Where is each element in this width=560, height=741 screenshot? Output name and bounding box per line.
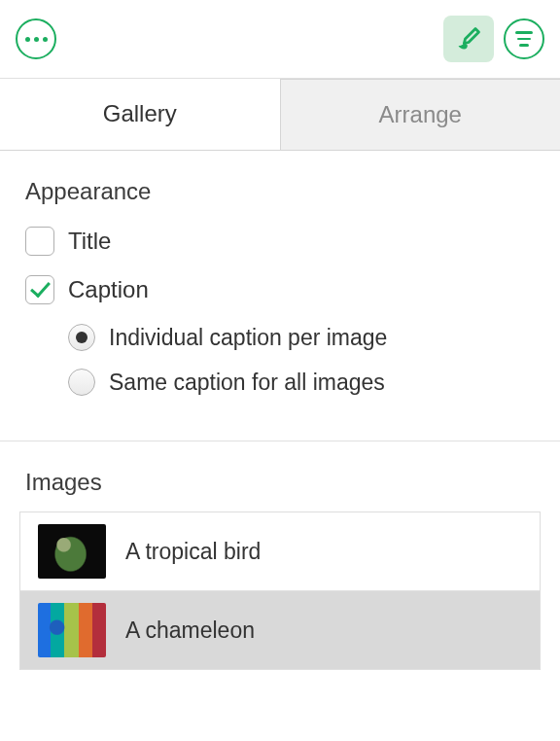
images-heading: Images — [25, 469, 541, 496]
title-checkbox[interactable] — [25, 227, 54, 256]
radio-individual-label: Individual caption per image — [109, 325, 387, 351]
title-checkbox-row: Title — [25, 227, 535, 256]
list-item[interactable]: A chameleon — [20, 591, 540, 670]
radio-same[interactable] — [68, 369, 95, 396]
image-list: A tropical bird A chameleon — [19, 512, 541, 670]
images-section: Images A tropical bird A chameleon — [0, 441, 560, 670]
radio-same-label: Same caption for all images — [109, 370, 385, 396]
more-options-button[interactable] — [16, 18, 56, 59]
radio-individual[interactable] — [68, 324, 95, 351]
caption-mode-group: Individual caption per image Same captio… — [25, 324, 535, 396]
document-options-button[interactable] — [504, 18, 544, 59]
menu-lines-icon — [515, 31, 533, 47]
image-label: A tropical bird — [125, 539, 261, 565]
toolbar-right — [443, 16, 544, 62]
list-item[interactable]: A tropical bird — [20, 512, 540, 591]
tab-arrange[interactable]: Arrange — [281, 79, 561, 150]
paintbrush-icon — [455, 25, 482, 53]
caption-checkbox[interactable] — [25, 275, 54, 304]
image-label: A chameleon — [125, 618, 255, 644]
thumbnail-chameleon — [38, 603, 106, 657]
format-button[interactable] — [443, 16, 494, 62]
appearance-heading: Appearance — [25, 178, 535, 205]
radio-same-row: Same caption for all images — [68, 369, 535, 396]
radio-individual-row: Individual caption per image — [68, 324, 535, 351]
ellipsis-icon — [25, 37, 48, 42]
title-checkbox-label: Title — [68, 228, 111, 255]
toolbar-left — [16, 18, 56, 59]
tab-gallery[interactable]: Gallery — [0, 79, 281, 150]
appearance-section: Appearance Title Caption Individual capt… — [0, 151, 560, 433]
caption-checkbox-label: Caption — [68, 276, 149, 303]
caption-checkbox-row: Caption — [25, 275, 535, 304]
tab-bar: Gallery Arrange — [0, 79, 560, 151]
thumbnail-tropical-bird — [38, 524, 106, 579]
toolbar — [0, 0, 560, 79]
